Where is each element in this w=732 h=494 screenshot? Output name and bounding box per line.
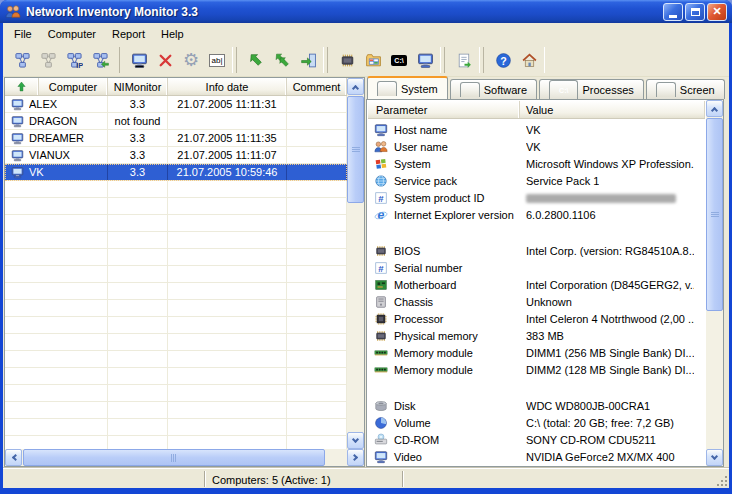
refresh-all-button[interactable] [269, 47, 295, 73]
empty-row [5, 351, 347, 368]
scroll-up-button[interactable] [706, 100, 723, 117]
column-header-value[interactable]: Value [520, 101, 705, 118]
maximize-button[interactable] [685, 3, 705, 21]
computer-row[interactable]: DRAGONnot found [5, 113, 347, 130]
column-header-computer[interactable]: Computer [39, 78, 108, 95]
details-vertical-scrollbar[interactable] [706, 100, 723, 466]
network-ip-icon [66, 52, 83, 69]
nimonitor-version: 3.3 [108, 164, 168, 180]
parameter-value: VK [526, 139, 541, 156]
parameter-value: SONY CD-ROM CDU5211 [526, 432, 656, 449]
toolbar-group: ⚙ab| [119, 47, 233, 73]
computer-row[interactable]: ALEX3.321.07.2005 11:11:31 [5, 96, 347, 113]
scroll-right-button[interactable] [347, 449, 364, 466]
refresh-button[interactable] [243, 47, 269, 73]
tab-label: Processes [582, 84, 633, 96]
parameter-name: System product ID [394, 192, 484, 204]
computer-row[interactable]: VK3.321.07.2005 10:59:46 [5, 164, 347, 181]
settings-button[interactable]: ⚙ [178, 47, 204, 73]
scroll-down-button[interactable] [347, 432, 364, 449]
parameter-row[interactable]: Memory moduleDIMM1 (256 MB Single Bank) … [368, 345, 705, 362]
column-header-sort[interactable] [5, 78, 39, 95]
parameter-row[interactable]: BIOSIntel Corp. (version: RG84510A.8... [368, 243, 705, 260]
computers-vertical-scrollbar[interactable] [347, 78, 364, 449]
tab-processes[interactable]: C:\Processes [539, 79, 644, 99]
parameter-row[interactable]: System product ID [368, 190, 705, 207]
parameter-row[interactable]: Serial number [368, 260, 705, 277]
parameter-row[interactable]: User nameVK [368, 139, 705, 156]
menu-item-computer[interactable]: Computer [40, 25, 104, 43]
column-header-info-date[interactable]: Info date [168, 78, 287, 95]
parameter-row[interactable]: SystemMicrosoft Windows XP Profession... [368, 156, 705, 173]
scroll-left-button[interactable] [5, 449, 22, 466]
chevron-up-icon [352, 85, 359, 92]
info-date: 21.07.2005 11:11:31 [168, 96, 287, 112]
home-icon [521, 52, 538, 69]
parameter-row[interactable]: Memory moduleDIMM2 (128 MB Single Bank) … [368, 362, 705, 379]
chevron-left-icon [12, 454, 19, 461]
parameter-row[interactable]: Internet Explorer version6.0.2800.1106 [368, 207, 705, 224]
computer-row[interactable]: VIANUX3.321.07.2005 11:11:07 [5, 147, 347, 164]
parameter-name: Video [394, 451, 422, 463]
parameter-name: Serial number [394, 262, 462, 274]
tab-system[interactable]: System [367, 76, 448, 99]
add-by-ip-button[interactable] [61, 47, 87, 73]
toolbar-group [444, 47, 480, 73]
menu-item-help[interactable]: Help [153, 25, 192, 43]
settings-gear-icon: ⚙ [183, 51, 199, 69]
parameter-value: DIMM1 (256 MB Single Bank) DI... [526, 345, 694, 362]
parameter-row[interactable]: CD-ROMSONY CD-ROM CDU5211 [368, 432, 705, 449]
parameter-name: Memory module [394, 347, 473, 359]
computer-name: ALEX [29, 96, 108, 112]
computers-horizontal-scrollbar[interactable] [5, 449, 364, 466]
menu-item-file[interactable]: File [6, 25, 40, 43]
scroll-thumb[interactable] [347, 96, 364, 203]
column-header-nimonitor[interactable]: NIMonitor [108, 78, 168, 95]
parameter-row[interactable]: MotherboardIntel Corporation (D845GERG2,… [368, 277, 705, 294]
empty-cell [5, 351, 29, 367]
report-button[interactable] [451, 47, 477, 73]
scan-network-button[interactable] [9, 47, 35, 73]
scroll-thumb[interactable] [706, 118, 723, 311]
computer-name: VIANUX [29, 147, 108, 163]
help-button[interactable] [490, 47, 516, 73]
parameter-name: Internet Explorer version [394, 209, 514, 221]
empty-cell [287, 181, 347, 197]
empty-cell [29, 249, 108, 265]
empty-cell [29, 351, 108, 367]
parameter-row[interactable]: Service packService Pack 1 [368, 173, 705, 190]
parameter-row[interactable]: Host nameVK [368, 122, 705, 139]
chip-icon [374, 329, 388, 343]
resize-grip-icon[interactable] [715, 474, 727, 486]
homepage-button[interactable] [516, 47, 542, 73]
delete-button[interactable] [152, 47, 178, 73]
add-computer-button[interactable] [126, 47, 152, 73]
processes-button[interactable]: C:\ [386, 47, 412, 73]
scroll-down-button[interactable] [706, 449, 723, 466]
scroll-thumb[interactable] [23, 449, 325, 466]
export-button[interactable] [295, 47, 321, 73]
column-header-parameter[interactable]: Parameter [368, 101, 520, 118]
computer-row[interactable]: DREAMER3.321.07.2005 11:11:35 [5, 130, 347, 147]
parameter-row[interactable]: VolumeC:\ (total: 20 GB; free: 7,2 GB) [368, 415, 705, 432]
close-button[interactable]: ✕ [707, 3, 727, 21]
software-button[interactable] [360, 47, 386, 73]
remove-network-button[interactable] [35, 47, 61, 73]
parameter-row[interactable]: DiskWDC WD800JB-00CRA1 [368, 398, 705, 415]
tab-screen[interactable]: Screen [646, 79, 725, 99]
menu-item-report[interactable]: Report [104, 25, 153, 43]
scroll-up-button[interactable] [347, 78, 364, 95]
parameter-row[interactable]: ProcessorIntel Celeron 4 Notrthwood (2,0… [368, 311, 705, 328]
parameter-row[interactable]: VideoNVIDIA GeForce2 MX/MX 400 [368, 449, 705, 465]
parameter-row[interactable]: ChassisUnknown [368, 294, 705, 311]
import-computers-button[interactable] [87, 47, 113, 73]
title-bar[interactable]: Network Inventory Monitor 3.3 ✕ [0, 0, 732, 23]
system-info-button[interactable] [334, 47, 360, 73]
minimize-button[interactable] [663, 3, 683, 21]
parameter-row[interactable]: Physical memory383 MB [368, 328, 705, 345]
pie-icon [374, 416, 388, 430]
rename-button[interactable]: ab| [204, 47, 230, 73]
screen-button[interactable] [412, 47, 438, 73]
column-header-comment[interactable]: Comment [287, 78, 347, 95]
tab-software[interactable]: Software [450, 79, 537, 99]
